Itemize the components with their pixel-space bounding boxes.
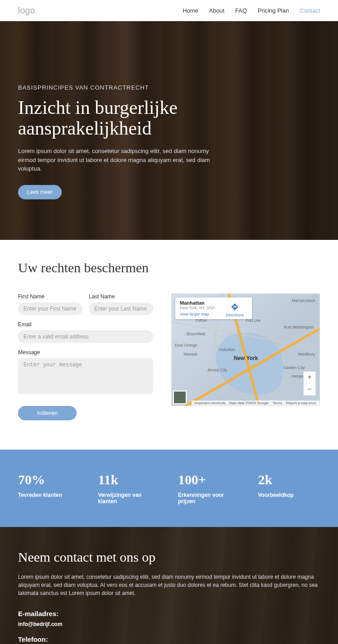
map-city-newyork: New York <box>234 355 258 361</box>
directions-icon <box>231 303 239 311</box>
hero-eyebrow: BASISPRINCIPES VAN CONTRACTRECHT <box>18 84 243 91</box>
map-label-westbury: Westbury <box>298 352 315 356</box>
map-directions[interactable]: Directions <box>226 301 244 317</box>
stat-value: 11k <box>98 472 160 487</box>
stat-label: Tevreden klanten <box>18 492 80 498</box>
map-directions-text: Directions <box>226 313 244 317</box>
hero-section: BASISPRINCIPES VAN CONTRACTRECHT Inzicht… <box>0 21 338 240</box>
map-label-mamaroneck: Mamaroneck <box>292 298 315 303</box>
map-keyboard-shortcuts[interactable]: Keyboard shortcuts <box>195 401 226 405</box>
map-label-bloomfield: Bloomfield <box>187 332 206 336</box>
map-zoom-out-button[interactable]: − <box>304 383 315 395</box>
stats-section: 70% Tevreden klanten 11k Verwijzingen va… <box>0 450 338 527</box>
stat-item: 11k Verwijzingen van klanten <box>98 472 160 504</box>
form-section-title: Uw rechten beschermen <box>18 260 320 275</box>
stat-value: 70% <box>18 472 80 487</box>
stat-label: Voorbeeldkop <box>258 492 320 498</box>
map-footer: Keyboard shortcuts Map data ©2024 Google… <box>192 401 320 405</box>
map-infobox: Manhattan New York, NY, USA View larger … <box>175 297 252 319</box>
hero-title: Inzicht in burgerlijke aansprakelijkheid <box>18 97 243 139</box>
hero-text: Lorem ipsum dolor sit amet, consetetur s… <box>18 147 216 173</box>
nav-contact[interactable]: Contact <box>300 7 320 14</box>
logo[interactable]: logo <box>18 5 35 16</box>
stat-value: 100+ <box>178 472 240 487</box>
header: logo Home About FAQ Pricing Plan Contact <box>0 0 338 21</box>
message-label: Message <box>18 349 153 356</box>
nav-about[interactable]: About <box>209 7 224 14</box>
map-label-jerseycity: Jersey City <box>207 368 228 372</box>
email-label: Email <box>18 321 153 328</box>
map-satellite-toggle[interactable] <box>173 391 187 404</box>
read-more-button[interactable]: Lees meer <box>18 185 62 199</box>
first-name-input[interactable] <box>18 302 82 315</box>
main-nav: Home About FAQ Pricing Plan Contact <box>183 7 320 14</box>
stat-item: 100+ Erkenningen voor prijzen <box>178 472 240 504</box>
nav-pricing[interactable]: Pricing Plan <box>258 7 289 14</box>
submit-button[interactable]: Indienen <box>18 406 77 420</box>
email-heading: E-mailadres: <box>18 610 320 617</box>
map-label-eastorange: East Orange <box>175 343 198 347</box>
map-terms-link[interactable]: Terms <box>272 401 282 405</box>
nav-home[interactable]: Home <box>183 7 198 14</box>
phone-heading: Telefoon: <box>18 635 320 643</box>
message-textarea[interactable] <box>18 358 153 394</box>
stat-label: Verwijzingen van klanten <box>98 492 160 504</box>
map-label-clifton: Clifton <box>195 318 207 323</box>
map-label-newark: Newark <box>183 352 197 356</box>
stat-item: 70% Tevreden klanten <box>18 472 80 504</box>
email-value[interactable]: info@bedrijf.com <box>18 621 320 627</box>
contact-title: Neem contact met ons op <box>18 549 320 565</box>
map[interactable]: Clifton Fort Lee Bloomfield Newark Hobok… <box>171 293 320 406</box>
contact-text: Lorem ipsum dolor sit amet, consetetur s… <box>18 573 320 597</box>
map-label-portwash: Port Washington <box>284 325 314 329</box>
stat-value: 2k <box>258 472 320 487</box>
last-name-input[interactable] <box>89 302 153 315</box>
stat-item: 2k Voorbeeldkop <box>258 472 320 504</box>
map-zoom-controls: + − <box>303 371 316 396</box>
map-report-link[interactable]: Report a map error <box>286 401 316 405</box>
map-zoom-in-button[interactable]: + <box>304 372 315 383</box>
first-name-label: First Name <box>18 293 82 300</box>
map-data-attribution: Map data ©2024 Google <box>229 401 269 405</box>
form-section: Uw rechten beschermen First Name Last Na… <box>0 240 338 450</box>
stat-label: Erkenningen voor prijzen <box>178 492 240 504</box>
email-input[interactable] <box>18 330 153 343</box>
map-label-hoboken: Hoboken <box>219 347 235 352</box>
nav-faq[interactable]: FAQ <box>235 7 247 14</box>
map-label-gardencity: Garden City <box>283 365 305 370</box>
map-label-fortlee: Fort Lee <box>246 318 261 323</box>
last-name-label: Last Name <box>89 293 153 300</box>
contact-section: Neem contact met ons op Lorem ipsum dolo… <box>0 527 338 644</box>
